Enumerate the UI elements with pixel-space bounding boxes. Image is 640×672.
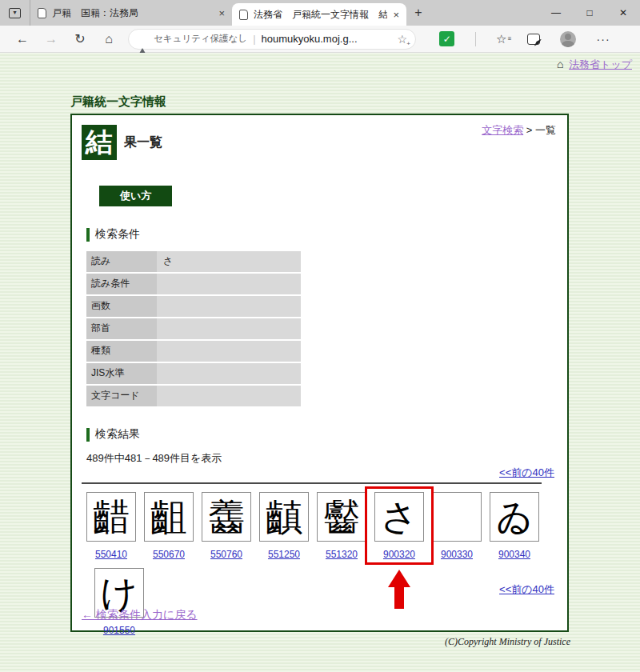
minimize-button[interactable]: — (539, 0, 573, 26)
new-tab-button[interactable]: + (406, 0, 430, 26)
results-grid-row-1: 齰 550410 齟 550670 齹 550760 齻 551250 齾 55… (86, 492, 556, 560)
prev-link-row-bottom: <<前の40件 (499, 582, 554, 597)
profile-avatar[interactable] (560, 31, 576, 47)
red-arrow-icon (388, 570, 410, 609)
char-code-link[interactable]: 551250 (268, 549, 300, 560)
result-title-badge: 結 (82, 125, 117, 160)
result-title-text: 果一覧 (124, 134, 162, 151)
url-text[interactable]: houmukyoku.moj.g... (262, 33, 392, 45)
toolbar-right-icons: ✓ ☆ ≡ ··· (419, 31, 630, 47)
browser-toolbar: ← → ↻ ⌂ ! セキュリティ保護なし | houmukyoku.moj.g.… (0, 26, 640, 53)
back-to-search-link[interactable]: ← 検索条件入力に戻る (82, 608, 198, 621)
table-row: 読み さ (86, 251, 556, 272)
home-button[interactable]: ⌂ (96, 32, 122, 46)
table-row: 画数 (86, 296, 556, 317)
back-link-row: ← 検索条件入力に戻る (82, 608, 198, 622)
tab-title: 戸籍 国籍：法務局 (52, 6, 213, 20)
prev-40-link[interactable]: <<前の40件 (499, 466, 554, 478)
char-glyph: さ (374, 492, 424, 542)
page-body: ⌂ 法務省トップ 戸籍統一文字情報 文字検索 > 一覧 結 果一覧 使い方 検索… (0, 53, 640, 672)
char-code-link[interactable]: 551320 (326, 549, 358, 560)
home-icon: ⌂ (557, 58, 563, 70)
moj-top-link[interactable]: 法務省トップ (569, 58, 632, 70)
favorites-icon[interactable]: ☆ ≡ (496, 32, 506, 46)
tab-moji-joho-active[interactable]: 法務省 戸籍統一文字情報 結 × (232, 3, 406, 26)
page-icon (239, 10, 248, 20)
maximize-button[interactable]: □ (573, 0, 606, 26)
char-result: 齾 551320 (317, 492, 366, 560)
char-glyph: 齹 (202, 492, 251, 542)
prev-link-row-top: <<前の40件 (82, 466, 554, 480)
table-row: 読み条件 (86, 274, 556, 294)
search-results-heading: 検索結果 (86, 427, 556, 442)
char-result: ゐ 900340 (490, 492, 539, 560)
char-code-link[interactable]: 901550 (103, 625, 135, 636)
char-glyph: ゐ (490, 492, 539, 542)
breadcrumb-search-link[interactable]: 文字検索 (482, 124, 523, 136)
char-result: 齹 550760 (202, 492, 251, 560)
copyright-text: (C)Copyright Ministry of Justice (70, 636, 570, 648)
table-row: 文字コード (86, 386, 556, 406)
char-code-link[interactable]: 550410 (95, 549, 127, 560)
char-code-link[interactable]: 900340 (498, 549, 530, 560)
security-status-text: セキュリティ保護なし (154, 33, 247, 45)
more-menu-icon[interactable]: ··· (597, 33, 610, 46)
close-tab-icon[interactable]: × (218, 7, 225, 19)
back-button[interactable]: ← (10, 32, 35, 46)
forward-button[interactable]: → (38, 32, 64, 46)
prev-40-link-bottom[interactable]: <<前の40件 (499, 583, 554, 595)
char-glyph: 齾 (317, 492, 366, 542)
search-conditions-table: 読み さ 読み条件 画数 部首 種類 JIS水準 (86, 251, 556, 406)
address-bar[interactable]: ! セキュリティ保護なし | houmukyoku.moj.g... ☆ + (128, 29, 416, 50)
char-code-link[interactable]: 900330 (441, 549, 473, 560)
table-row: 種類 (86, 341, 556, 362)
close-tab-icon[interactable]: × (393, 9, 399, 21)
howto-button[interactable]: 使い方 (99, 186, 172, 206)
char-result: ゟ 900330 (432, 492, 482, 560)
result-count-text: 489件中481－489件目を表示 (86, 451, 556, 466)
tab-actions-button[interactable]: ▾ (0, 0, 30, 26)
results-divider (82, 482, 542, 484)
table-row: 部首 (86, 318, 556, 339)
close-window-button[interactable]: ✕ (606, 0, 640, 26)
char-glyph: 齻 (259, 492, 309, 542)
search-conditions-heading: 検索条件 (86, 227, 556, 242)
char-result: 齰 550410 (86, 492, 136, 560)
char-code-link[interactable]: 900320 (383, 549, 415, 560)
char-result: 齟 550670 (144, 492, 194, 560)
tab-title: 法務省 戸籍統一文字情報 結 (254, 8, 387, 22)
collections-icon[interactable] (527, 34, 540, 45)
page-title: 戸籍統一文字情報 (70, 94, 640, 110)
table-row: JIS水準 (86, 363, 556, 384)
security-warning-icon[interactable]: ! (137, 34, 148, 44)
char-glyph: 齰 (86, 492, 136, 542)
top-link-row: ⌂ 法務省トップ (0, 58, 640, 75)
breadcrumb: 文字検索 > 一覧 (482, 123, 556, 138)
green-bar-icon (86, 428, 90, 442)
green-bar-icon (86, 228, 90, 242)
char-result-highlighted: さ 900320 (374, 492, 424, 560)
breadcrumb-current: > 一覧 (526, 124, 556, 136)
address-divider: | (253, 33, 255, 45)
tab-koseki-kokuseki[interactable]: 戸籍 国籍：法務局 × (30, 0, 232, 26)
page-icon (38, 8, 46, 18)
char-result: け 901550 (94, 568, 144, 636)
toolbar-divider (475, 32, 476, 46)
refresh-button[interactable]: ↻ (67, 31, 93, 46)
char-result: 齻 551250 (259, 492, 309, 560)
results-grid-row-2: け 901550 (94, 568, 556, 636)
highlighted-result-box: さ 900320 (365, 486, 434, 565)
window-controls: — □ ✕ (539, 0, 640, 26)
char-glyph: 齟 (144, 492, 194, 542)
content-box: 文字検索 > 一覧 結 果一覧 使い方 検索条件 読み さ 読み条件 画数 (70, 114, 569, 632)
tab-strip: ▾ 戸籍 国籍：法務局 × 法務省 戸籍統一文字情報 結 × + — □ ✕ (0, 0, 640, 26)
char-code-link[interactable]: 550670 (153, 549, 185, 560)
tab-actions-icon: ▾ (9, 8, 21, 18)
char-code-link[interactable]: 550760 (210, 549, 242, 560)
char-glyph: ゟ (432, 492, 482, 542)
add-favorite-icon[interactable]: ☆ + (397, 33, 407, 46)
extension-icon[interactable]: ✓ (439, 31, 454, 46)
